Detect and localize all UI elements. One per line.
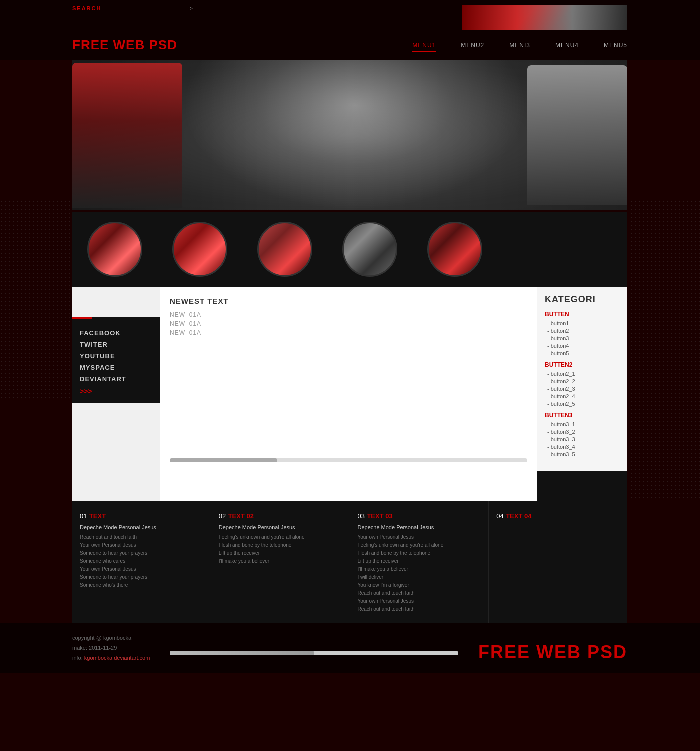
newest-item-2[interactable]: NEW_01A (170, 320, 528, 328)
search-arrow: > (190, 6, 192, 12)
content-empty (160, 338, 538, 448)
left-spacer (72, 287, 160, 317)
social-facebook[interactable]: FACEBOOK (80, 330, 152, 337)
text-box-1-number-title: 01 TEXT (80, 512, 204, 520)
cat-2-item-3[interactable]: - button2_3 (545, 386, 620, 392)
mid-section: FACEBOOK TWITER YOUTUBE MYSPACE DEVIANTA… (72, 287, 628, 502)
text-box-3-body: Your own Personal Jesus Feeling's unknow… (358, 534, 482, 614)
nav-menu4[interactable]: MENU4 (556, 40, 579, 52)
sidebar-dark-box (538, 472, 628, 502)
text-box-3-heading: Depeche Mode Personal Jesus (358, 524, 482, 530)
nav-menu1[interactable]: MENU1 (412, 40, 436, 52)
text-box-1-body: Reach out and touch faith Your own Perso… (80, 534, 204, 590)
footer: copyright @ kgombocka make: 2011-11-29 i… (0, 624, 700, 673)
thumb-1 (88, 222, 142, 277)
cat-3-item-1[interactable]: - button3_1 (545, 422, 620, 428)
cat-group-1-title: BUTTEN (545, 311, 620, 318)
text-box-2-body: Feeling's unknown and you're all alone F… (219, 534, 342, 566)
social-twitter[interactable]: TWITER (80, 341, 152, 348)
site-title: FREE WEB PSD (72, 38, 178, 53)
cat-2-item-2[interactable]: - button2_2 (545, 378, 620, 384)
text-box-2-heading: Depeche Mode Personal Jesus (219, 524, 342, 530)
social-youtube[interactable]: YOUTUBE (80, 352, 152, 360)
text-box-3: 03 TEXT 03 Depeche Mode Personal Jesus Y… (350, 502, 490, 624)
text-box-4: 04 TEXT 04 (489, 502, 628, 624)
social-accent (72, 317, 92, 319)
nav-menu5[interactable]: MENU5 (604, 40, 628, 52)
circle-5[interactable] (412, 212, 498, 287)
cat-3-item-3[interactable]: - button3_3 (545, 436, 620, 442)
footer-scrollbar[interactable] (170, 652, 458, 656)
top-bar: SEARCH > (0, 0, 700, 30)
cat-2-item-1[interactable]: - button2_1 (545, 371, 620, 377)
footer-copyright: copyright @ kgombocka (72, 634, 150, 644)
newest-section: NEWEST TEXT NEW_01A NEW_01A NEW_01A (160, 287, 538, 336)
circle-4[interactable] (328, 212, 412, 287)
scrollbar-section (160, 448, 538, 475)
left-bottom-spacer (72, 404, 160, 502)
cat-1-item-3[interactable]: - button3 (545, 336, 620, 342)
circle-thumbnails (72, 210, 628, 287)
main-nav: MENU1 MENU2 MENI3 MENU4 MENU5 (412, 40, 628, 52)
cat-3-item-4[interactable]: - button3_4 (545, 444, 620, 450)
footer-link[interactable]: kgombocka.deviantart.com (84, 655, 150, 661)
circle-3[interactable] (242, 212, 328, 287)
cat-group-3-title: BUTTEN3 (545, 412, 620, 419)
content-padding-bottom (160, 475, 538, 485)
footer-scrollbar-thumb (170, 652, 314, 656)
newest-item-1[interactable]: NEW_01A (170, 312, 528, 318)
footer-make: make: 2011-11-29 (72, 644, 150, 654)
header: FREE WEB PSD MENU1 MENU2 MENI3 MENU4 MEN… (0, 30, 700, 60)
cat-1-item-1[interactable]: - button1 (545, 320, 620, 326)
left-panel: FACEBOOK TWITER YOUTUBE MYSPACE DEVIANTA… (72, 287, 160, 502)
hero-person-left (72, 63, 182, 208)
social-box: FACEBOOK TWITER YOUTUBE MYSPACE DEVIANTA… (72, 317, 160, 404)
text-box-1: 01 TEXT Depeche Mode Personal Jesus Reac… (72, 502, 212, 624)
nav-menu2[interactable]: MENU2 (461, 40, 484, 52)
thumb-2 (172, 222, 228, 277)
cat-2-item-4[interactable]: - button2_4 (545, 394, 620, 400)
text-box-2: 02 TEXT 02 Depeche Mode Personal Jesus F… (212, 502, 350, 624)
nav-meni3[interactable]: MENI3 (510, 40, 530, 52)
hero-person-right (528, 66, 628, 206)
scrollbar[interactable] (170, 458, 528, 462)
text-box-1-heading: Depeche Mode Personal Jesus (80, 524, 204, 530)
cat-1-item-4[interactable]: - button4 (545, 343, 620, 349)
kategori-sidebar: KATEGORI BUTTEN - button1 - button2 - bu… (538, 287, 628, 502)
hero-section (72, 60, 628, 287)
social-arrows: >>> (80, 388, 92, 396)
social-myspace[interactable]: MYSPACE (80, 364, 152, 372)
footer-info: copyright @ kgombocka make: 2011-11-29 i… (72, 634, 150, 663)
hero-image (72, 60, 628, 210)
text-box-3-number-title: 03 TEXT 03 (358, 512, 482, 520)
cat-1-item-5[interactable]: - button5 (545, 350, 620, 356)
cat-group-2-title: BUTTEN2 (545, 362, 620, 368)
circle-1[interactable] (72, 212, 158, 287)
top-image (462, 5, 628, 30)
cat-1-item-2[interactable]: - button2 (545, 328, 620, 334)
footer-title: FREE WEB PSD (478, 642, 628, 663)
thumb-5 (428, 222, 482, 277)
scrollbar-thumb (170, 458, 278, 462)
hero-splash (182, 60, 528, 210)
search-area: SEARCH > (72, 5, 193, 12)
cat-3-item-5[interactable]: - button3_5 (545, 452, 620, 458)
newest-title: NEWEST TEXT (170, 297, 528, 306)
cat-2-item-5[interactable]: - button2_5 (545, 401, 620, 407)
bottom-boxes: 01 TEXT Depeche Mode Personal Jesus Reac… (72, 502, 628, 624)
cat-3-item-2[interactable]: - button3_2 (545, 429, 620, 435)
circle-2[interactable] (158, 212, 242, 287)
thumb-4 (342, 222, 398, 277)
text-box-2-number-title: 02 TEXT 02 (219, 512, 342, 520)
newest-item-3[interactable]: NEW_01A (170, 330, 528, 336)
footer-scrollbar-area (150, 649, 478, 663)
top-image-decoration (462, 5, 628, 30)
text-box-4-number-title: 04 TEXT 04 (496, 512, 620, 520)
social-deviantart[interactable]: DEVIANTART (80, 376, 152, 383)
kategori-title: KATEGORI (545, 294, 620, 305)
main-content-area: NEWEST TEXT NEW_01A NEW_01A NEW_01A (160, 287, 538, 502)
footer-info-line: info: kgombocka.deviantart.com (72, 654, 150, 664)
thumb-3 (258, 222, 312, 277)
search-label: SEARCH (72, 6, 102, 12)
search-input[interactable] (106, 5, 186, 12)
